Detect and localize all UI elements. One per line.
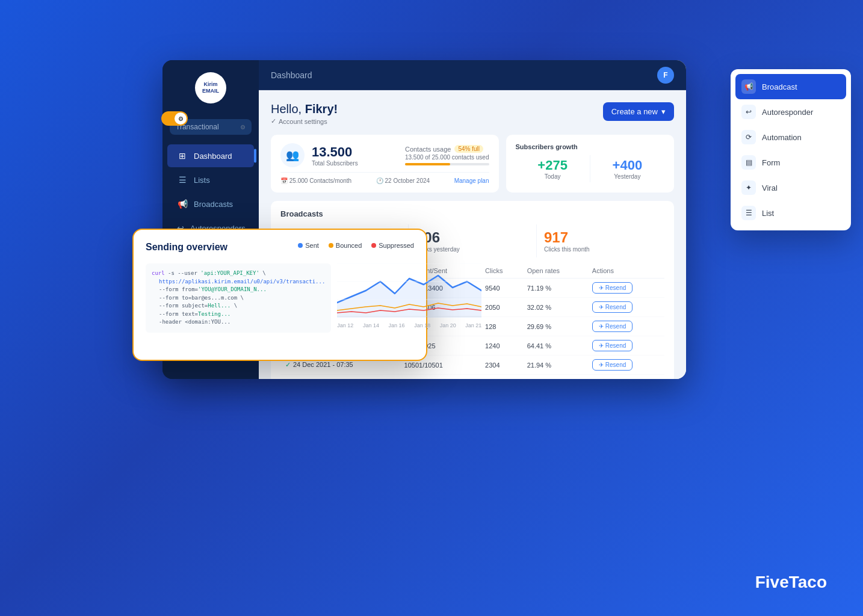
dashboard-icon: ⊞ [177, 150, 188, 161]
dropdown-label: Broadcast [762, 82, 797, 91]
sidebar-item-label: Dashboard [194, 152, 232, 161]
create-new-button[interactable]: Create a new ▾ [603, 102, 674, 121]
brand-name: FiveTaco [755, 573, 827, 591]
contacts-icon: 👥 [280, 143, 305, 167]
resend-button[interactable]: ✈ Resend [592, 282, 633, 294]
subscribers-growth-card: Subscribers growth +275 Today +400 Yeste… [506, 135, 675, 192]
legend-suppressed: Suppressed [371, 242, 414, 249]
dropdown-label: Viral [762, 183, 778, 192]
chart-x-labels: Jan 12 Jan 14 Jan 16 Jan 18 Jan 20 Jan 2… [337, 322, 481, 328]
dropdown-item-autoresponder[interactable]: ↩ Autoresponder [735, 99, 846, 125]
sidebar-item-label: Broadcasts [194, 200, 233, 209]
clicks-month-stat: 917 Clicks this month [537, 224, 664, 257]
yesterday-label: Yesterday [593, 173, 662, 180]
cell-open-rate: 32.02 % [522, 298, 587, 317]
today-label: Today [518, 173, 587, 180]
sidebar-logo: Kirim EMAIL [162, 72, 259, 103]
resend-icon: ✈ [599, 285, 604, 291]
sidebar-item-lists[interactable]: ☰ Lists [167, 168, 254, 191]
fivetaco-brand: FiveTaco [755, 573, 827, 592]
hello-row: Hello, Fikry! ✓ Account settings Create … [271, 102, 674, 125]
automation-icon: ⟳ [741, 130, 756, 144]
legend-sent: Sent [298, 242, 319, 249]
today-stat: +275 Today [516, 155, 590, 182]
dropdown-item-list[interactable]: ☰ List [735, 200, 846, 226]
contacts-info: 👥 13.500 Total Subscribers Contacts usag… [280, 143, 489, 167]
dropdown-item-form[interactable]: ▤ Form [735, 150, 846, 175]
contacts-number: 13.500 [312, 144, 358, 160]
resend-icon: ✈ [599, 342, 604, 349]
dropdown-label: Autoresponder [762, 108, 813, 117]
sending-chart [337, 263, 481, 318]
app-logo: Kirim EMAIL [195, 72, 226, 103]
transactional-card: Sending overview Sent Bounced Suppressed… [132, 229, 427, 361]
manage-plan-link[interactable]: Manage plan [454, 177, 489, 184]
chart-area: Jan 12 Jan 14 Jan 16 Jan 18 Jan 20 Jan 2… [337, 263, 481, 339]
viral-icon: ✦ [741, 180, 756, 195]
cell-clicks: 1240 [480, 336, 522, 356]
topbar-title: Dashboard [271, 70, 312, 80]
broadcasts-icon: 📢 [177, 199, 188, 209]
cell-action: ✈ Resend [587, 298, 664, 317]
today-number: +275 [518, 158, 587, 173]
usage-badge: 54% full [454, 145, 483, 153]
account-settings-link[interactable]: ✓ Account settings [271, 117, 338, 125]
transactional-title: Sending overview [146, 242, 227, 253]
sidebar-item-dashboard[interactable]: ⊞ Dashboard [167, 144, 254, 167]
cell-clicks: 9540 [480, 279, 522, 298]
resend-button[interactable]: ✈ Resend [592, 359, 633, 371]
greeting-prefix: Hello, [271, 102, 305, 116]
contacts-numbers: 13.500 Total Subscribers [312, 144, 358, 167]
cell-clicks: 2050 [480, 298, 522, 317]
subscribers-growth-title: Subscribers growth [516, 143, 665, 150]
greeting-text: Hello, Fikry! [271, 102, 338, 116]
legend-dot-sent [298, 243, 303, 248]
code-block: curl -s --user 'api:YOUR_API_KEY' \ http… [146, 263, 331, 333]
resend-button[interactable]: ✈ Resend [592, 321, 633, 332]
col-actions: Actions [587, 263, 664, 279]
chevron-down-icon: ▾ [661, 107, 666, 116]
dropdown-item-broadcast[interactable]: 📢 Broadcast [735, 74, 846, 99]
card-footer: 📅 25.000 Contacts/month 🕐 22 October 202… [280, 172, 489, 184]
form-icon: ▤ [741, 155, 756, 170]
resend-button[interactable]: ✈ Resend [592, 301, 633, 313]
sidebar-item-broadcasts[interactable]: 📢 Broadcasts [167, 192, 254, 215]
sidebar-toggle[interactable]: ⚙ [161, 111, 188, 126]
dropdown-label: List [762, 209, 774, 218]
dropdown-label: Automation [762, 133, 802, 142]
logo-text: Kirim EMAIL [195, 81, 226, 94]
resend-button[interactable]: ✈ Resend [592, 340, 633, 351]
svg-marker-0 [337, 276, 481, 318]
col-clicks: Clicks [480, 263, 522, 279]
clicks-yesterday-number: 106 [416, 229, 529, 246]
cell-open-rate: 21.94 % [522, 356, 587, 375]
autoresponder-icon: ↩ [741, 105, 756, 119]
cell-clicks: 2304 [480, 356, 522, 375]
stats-row: 👥 13.500 Total Subscribers Contacts usag… [271, 135, 674, 192]
contacts-card: 👥 13.500 Total Subscribers Contacts usag… [271, 135, 499, 192]
legend-dot-suppressed [371, 243, 376, 248]
broadcasts-title: Broadcasts [280, 209, 664, 218]
create-new-dropdown: 📢 Broadcast ↩ Autoresponder ⟳ Automation… [731, 69, 851, 230]
col-open-rates: Open rates [522, 263, 587, 279]
cell-clicks: 128 [480, 317, 522, 336]
clicks-month-number: 917 [544, 229, 657, 246]
contacts-label: Total Subscribers [312, 160, 358, 167]
broadcast-icon: 📢 [741, 79, 756, 94]
greeting-name: Fikry! [305, 102, 338, 116]
cell-open-rate: 29.69 % [522, 317, 587, 336]
progress-fill [405, 163, 450, 165]
lists-icon: ☰ [177, 174, 188, 185]
user-avatar: F [657, 67, 674, 84]
yesterday-stat: +400 Yesterday [590, 155, 664, 182]
clicks-yesterday-label: Clicks yesterday [416, 246, 529, 253]
cell-action: ✈ Resend [587, 279, 664, 298]
contacts-usage: Contacts usage 54% full 13.500 of 25.000… [405, 145, 489, 165]
usage-progress-bar [405, 163, 489, 165]
chart-legend: Sent Bounced Suppressed [298, 242, 414, 249]
topbar: Dashboard F [259, 60, 686, 90]
cell-open-rate: 64.41 % [522, 336, 587, 356]
dropdown-item-viral[interactable]: ✦ Viral [735, 175, 846, 200]
cell-action: ✈ Resend [587, 356, 664, 375]
dropdown-item-automation[interactable]: ⟳ Automation [735, 125, 846, 150]
